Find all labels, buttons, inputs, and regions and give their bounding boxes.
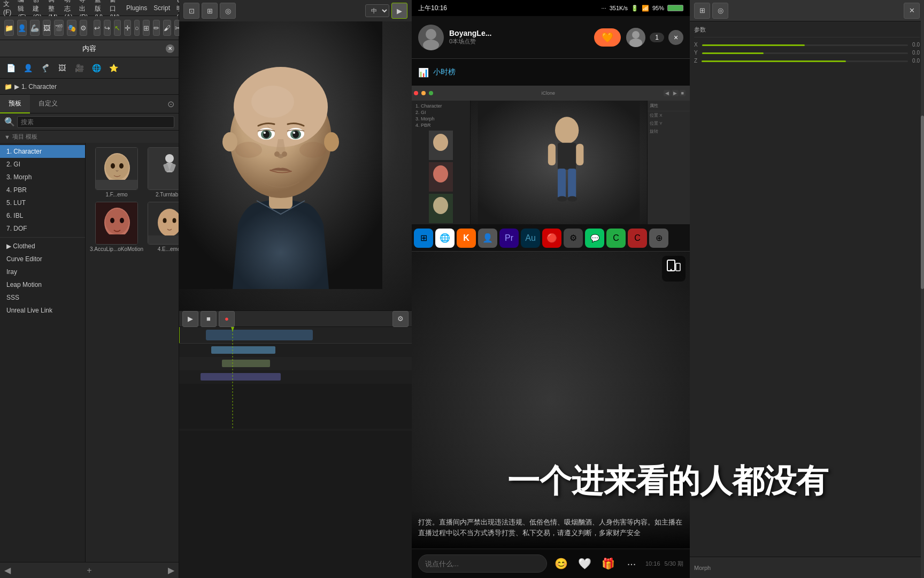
comment-bar: 😊 🤍 🎁 ··· 10:16 5/30 期 — [412, 549, 690, 578]
icon-world[interactable]: 🌐 — [89, 60, 104, 75]
more-button[interactable]: ··· — [622, 554, 641, 573]
taskbar-audition[interactable]: Au — [521, 229, 540, 248]
live-heart-badge[interactable]: 🧡 — [594, 28, 621, 47]
tool-extra[interactable]: ⚙ — [80, 20, 87, 36]
tool-scene[interactable]: 🎭 — [67, 20, 76, 36]
taskbar-premiere[interactable]: Pr — [499, 229, 519, 248]
tree-item-morph[interactable]: 3. Morph — [0, 171, 85, 184]
taskbar-red[interactable]: 🔴 — [542, 229, 561, 248]
icon-photo[interactable]: 🖼 — [55, 60, 70, 75]
content-close-btn[interactable]: ✕ — [166, 44, 174, 53]
tl-stop[interactable]: ■ — [201, 311, 217, 327]
comment-time: 10:16 — [645, 560, 660, 567]
fr-tool-1[interactable]: ⊞ — [694, 3, 710, 19]
tl-settings[interactable]: ⚙ — [392, 311, 409, 327]
emb-thumb-1[interactable] — [429, 131, 453, 160]
tool-paint[interactable]: 🖌 — [163, 20, 171, 36]
fr-tool-2[interactable]: ◎ — [712, 3, 728, 19]
emoji-button[interactable]: 😊 — [551, 554, 571, 573]
tool-motion[interactable]: 🎬 — [54, 20, 64, 36]
tool-undo[interactable]: ↩ — [94, 20, 101, 36]
vp-tool-2[interactable]: ⊞ — [202, 3, 218, 19]
menu-script[interactable]: Script — [153, 4, 170, 12]
tl-record[interactable]: ● — [219, 311, 235, 327]
heart-button[interactable]: 🤍 — [575, 554, 594, 573]
right-overlay: 上午10:16 ··· 351K/s 🔋 📶 95% BoyangLe... 0… — [412, 0, 690, 578]
vp-tool-3[interactable]: ◎ — [220, 3, 236, 19]
tree-item-curve[interactable]: Curve Editor — [0, 253, 85, 265]
tree-item-lut[interactable]: 5. LUT — [0, 196, 85, 209]
breadcrumb-item: 1. Character — [21, 83, 57, 90]
svg-point-38 — [282, 151, 287, 157]
taskbar-person[interactable]: 👤 — [478, 229, 497, 248]
search-input[interactable] — [17, 116, 174, 128]
tool-brush[interactable]: ✏ — [153, 20, 160, 36]
bottom-arrow-left[interactable]: ◀ — [4, 565, 11, 575]
thumb-1f-emo[interactable]: 1.F...emo — [90, 147, 143, 197]
thumb-turntable[interactable]: 2.Turntable — [148, 147, 179, 197]
taskbar-red2[interactable]: C — [628, 229, 647, 248]
vp-settings[interactable]: ▶ — [391, 3, 407, 19]
tool-select[interactable]: ↖ — [114, 20, 121, 36]
tree-item-clothed[interactable]: ▶ Clothed — [0, 240, 85, 253]
tool-scale[interactable]: ⊞ — [143, 20, 150, 36]
menu-file[interactable]: 文(F) — [3, 0, 11, 16]
tab-dropdown[interactable]: ⊙ — [167, 99, 179, 109]
icon-star[interactable]: ⭐ — [106, 60, 121, 75]
tree-item-character[interactable]: 1. Character — [0, 145, 85, 158]
character-3d-view[interactable] — [179, 21, 412, 310]
thumbnail-panel: 1.F...emo 2.Turntable — [86, 143, 179, 562]
comment-input[interactable] — [418, 554, 547, 573]
tab-preset[interactable]: 预板 — [0, 95, 30, 113]
emb-thumb-2[interactable] — [429, 162, 453, 192]
gift-button[interactable]: 🎁 — [598, 554, 618, 573]
tool-rotate[interactable]: ○ — [134, 20, 140, 36]
tree-item-ibl[interactable]: 6. IBL — [0, 209, 85, 222]
embedded-3d-viewport — [471, 101, 647, 225]
tree-item-pbr[interactable]: 4. PBR — [0, 184, 85, 196]
embedded-content: 1. Character 2. GI 3. Morph 4. PBR — [412, 101, 690, 225]
mobile-icon-overlay — [662, 256, 686, 282]
main-toolbar: 📁 👤 🦾 🖼 🎬 🎭 ⚙ ↩ ↪ ↖ ✛ ○ ⊞ ✏ 🖌 ✂ ⊕ — [0, 16, 179, 40]
taskbar-windows[interactable]: ⊞ — [414, 229, 433, 248]
bottom-plus[interactable]: + — [87, 566, 91, 575]
tool-redo[interactable]: ↪ — [104, 20, 111, 36]
tree-item-leap[interactable]: Leap Motion — [0, 278, 85, 291]
network-dots: ··· — [602, 5, 606, 11]
tree-item-dof[interactable]: 7. DOF — [0, 222, 85, 235]
taskbar-target[interactable]: ⊕ — [649, 229, 668, 248]
tool-pose[interactable]: 🦾 — [30, 20, 40, 36]
tl-play[interactable]: ▶ — [182, 311, 198, 327]
thumb-4e-emo[interactable]: 4.E...emo — [148, 202, 179, 252]
fr-close[interactable]: ✕ — [904, 3, 920, 19]
icon-file[interactable]: 📄 — [3, 60, 18, 75]
bottom-arrow-right[interactable]: ▶ — [168, 565, 174, 575]
tool-move[interactable]: ✛ — [124, 20, 131, 36]
taskbar-wechat[interactable]: 💬 — [585, 229, 604, 248]
tree-item-sss[interactable]: SSS — [0, 291, 85, 304]
viewport-quality-dropdown[interactable]: 中 — [365, 4, 389, 17]
tool-folder[interactable]: 📁 — [4, 20, 14, 36]
tree-item-gi[interactable]: 2. GI — [0, 158, 85, 171]
live-close-button[interactable]: × — [668, 30, 683, 45]
icon-pose2[interactable]: 🦿 — [37, 60, 52, 75]
tab-custom[interactable]: 自定义 — [30, 95, 66, 113]
svg-point-55 — [426, 29, 436, 40]
taskbar-chrome[interactable]: 🌐 — [435, 229, 455, 248]
tree-item-unreal[interactable]: Unreal Live Link — [0, 304, 85, 317]
tool-person[interactable]: 👤 — [17, 20, 27, 36]
timeline-svg — [179, 327, 412, 429]
icon-video[interactable]: 🎥 — [72, 60, 87, 75]
taskbar-green[interactable]: C — [606, 229, 626, 248]
taskbar-gear[interactable]: ⚙ — [564, 229, 583, 248]
taskbar-k[interactable]: K — [457, 229, 476, 248]
svg-point-2 — [105, 154, 129, 180]
menu-plugins[interactable]: Plugins — [126, 4, 147, 12]
icon-person[interactable]: 👤 — [20, 60, 35, 75]
tree-item-iray[interactable]: Iray — [0, 265, 85, 278]
emb-thumb-3[interactable] — [429, 194, 453, 223]
thumb-acculip[interactable]: 3.AccuLip...oKoMotion — [90, 202, 143, 252]
tool-image[interactable]: 🖼 — [43, 20, 51, 36]
vp-tool-1[interactable]: ⊡ — [183, 3, 199, 19]
far-right-scrollbar[interactable] — [921, 0, 924, 578]
